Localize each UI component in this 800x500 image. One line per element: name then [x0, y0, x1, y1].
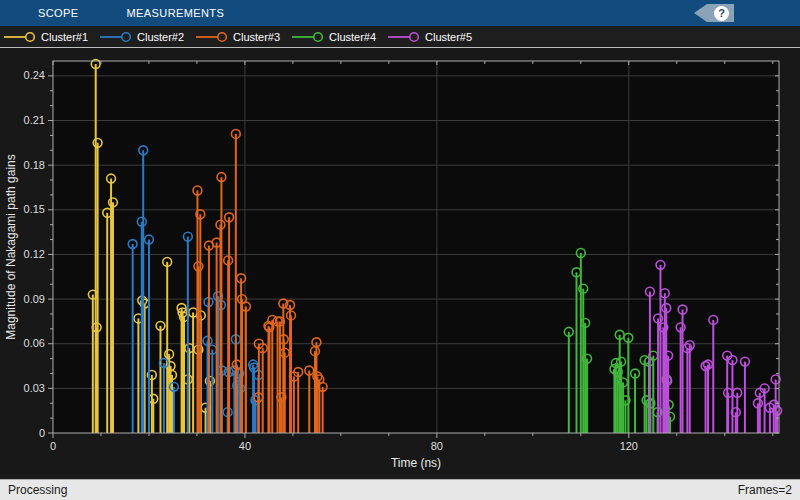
- legend-label: Cluster#1: [41, 31, 88, 43]
- svg-text:40: 40: [239, 440, 251, 452]
- svg-text:0.15: 0.15: [24, 203, 45, 215]
- svg-text:0.18: 0.18: [24, 159, 45, 171]
- legend-item-cluster2[interactable]: Cluster#2: [100, 31, 196, 43]
- tab-measurements[interactable]: MEASUREMENTS: [119, 0, 233, 26]
- legend-label: Cluster#4: [329, 31, 376, 43]
- legend-item-cluster1[interactable]: Cluster#1: [4, 31, 100, 43]
- status-bar: Processing Frames=2: [0, 479, 800, 500]
- tab-scope[interactable]: SCOPE: [30, 0, 87, 26]
- status-text: Processing: [8, 483, 67, 497]
- scope-window: SCOPE MEASUREMENTS ? Cluster#1Cluster#2C…: [0, 0, 800, 500]
- legend-bar: Cluster#1Cluster#2Cluster#3Cluster#4Clus…: [0, 26, 800, 48]
- x-axis-label: Time (ns): [391, 456, 441, 470]
- legend-marker-icon: [196, 31, 230, 43]
- svg-text:0.03: 0.03: [24, 382, 45, 394]
- legend-marker-icon: [4, 31, 38, 43]
- help-icon: ?: [714, 6, 729, 21]
- frames-counter: Frames=2: [738, 483, 792, 497]
- svg-text:0.06: 0.06: [24, 337, 45, 349]
- legend-marker-icon: [100, 31, 134, 43]
- y-axis-label: Magnitude of Nakagami path gains: [4, 154, 18, 339]
- toolstrip: SCOPE MEASUREMENTS ?: [0, 0, 800, 26]
- svg-text:0.21: 0.21: [24, 114, 45, 126]
- svg-text:0.09: 0.09: [24, 293, 45, 305]
- svg-text:0: 0: [50, 440, 56, 452]
- svg-text:0: 0: [39, 427, 45, 439]
- legend-item-cluster5[interactable]: Cluster#5: [388, 31, 484, 43]
- help-button[interactable]: ?: [694, 4, 734, 22]
- svg-text:0.12: 0.12: [24, 248, 45, 260]
- legend-label: Cluster#3: [233, 31, 280, 43]
- legend-marker-icon: [388, 31, 422, 43]
- figure-area: 0408012000.030.060.090.120.150.180.210.2…: [0, 49, 800, 474]
- legend-marker-icon: [292, 31, 326, 43]
- stem-chart: 0408012000.030.060.090.120.150.180.210.2…: [0, 49, 800, 474]
- legend-item-cluster3[interactable]: Cluster#3: [196, 31, 292, 43]
- legend-item-cluster4[interactable]: Cluster#4: [292, 31, 388, 43]
- legend-label: Cluster#5: [425, 31, 472, 43]
- svg-text:80: 80: [431, 440, 443, 452]
- svg-text:120: 120: [620, 440, 638, 452]
- legend-label: Cluster#2: [137, 31, 184, 43]
- svg-text:0.24: 0.24: [24, 69, 45, 81]
